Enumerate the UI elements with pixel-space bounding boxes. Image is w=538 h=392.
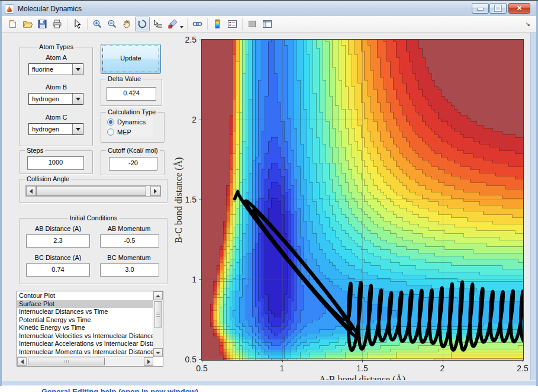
slider-left-arrow[interactable]: [26, 186, 36, 196]
radio-label: MEP: [117, 128, 131, 136]
cutoff-panel: Cutoff (Kcal/ mol) -20: [101, 150, 165, 175]
scroll-left-arrow[interactable]: [17, 357, 27, 366]
new-figure-button[interactable]: [6, 17, 20, 31]
open-file-button[interactable]: [21, 17, 34, 31]
atom-a-value: fluorine: [32, 66, 53, 73]
list-item[interactable]: Internuclear Distances vs Time: [17, 308, 153, 316]
brush-dropdown-caret[interactable]: [180, 26, 183, 28]
scroll-down-arrow[interactable]: [153, 348, 163, 357]
delta-value-panel: Delta Value 0.424: [101, 79, 162, 106]
toolbar-separator: [242, 18, 243, 30]
atom-b-label: Atom B: [20, 83, 92, 91]
radio-dynamics[interactable]: Dynamics: [107, 117, 153, 127]
app-window: Molecular Dynamics ✕ ↘ Atom Types: [0, 0, 538, 385]
hide-plot-tools-button[interactable]: [246, 17, 259, 31]
atom-b-value: hydrogen: [32, 95, 59, 102]
pes-axes[interactable]: [201, 39, 524, 361]
atom-types-panel: Atom Types Atom A fluorine Atom B hydrog…: [20, 47, 93, 146]
listbox-horizontal-scrollbar[interactable]: [17, 356, 153, 366]
atom-c-value: hydrogen: [32, 126, 59, 133]
x-tick-label: 2.5: [511, 364, 534, 373]
update-button[interactable]: Update: [101, 44, 161, 74]
list-item[interactable]: Kinetic Energy vs Time: [17, 324, 153, 332]
horizontal-scroll-thumb[interactable]: [28, 358, 105, 365]
list-item[interactable]: Internuclear Velocities vs Internuclear …: [17, 332, 153, 340]
x-tick-mark: [523, 360, 523, 362]
window-inner-right-strip: [530, 33, 536, 381]
ab-momentum-label: AB Momentum: [98, 225, 160, 232]
insert-colorbar-button[interactable]: [211, 17, 224, 31]
bc-distance-field[interactable]: 0.74: [26, 264, 90, 277]
minimize-button[interactable]: [472, 3, 489, 14]
x-tick-label: 1: [270, 364, 294, 373]
zoom-out-button[interactable]: [105, 17, 119, 31]
show-plot-tools-button[interactable]: [260, 17, 274, 31]
y-tick-mark: [199, 200, 201, 200]
chevron-down-icon[interactable]: [72, 124, 83, 134]
titlebar[interactable]: Molecular Dynamics ✕: [2, 1, 536, 16]
radio-icon[interactable]: [107, 128, 114, 136]
list-item[interactable]: Potential Energy vs Time: [17, 316, 153, 324]
panel-title: Cutoff (Kcal/ mol): [106, 147, 160, 154]
x-tick-mark: [362, 360, 363, 362]
plot-type-listbox[interactable]: Contour PlotSurface PlotInternuclear Dis…: [17, 291, 163, 367]
slider-right-arrow[interactable]: [150, 186, 160, 196]
print-figure-button[interactable]: [50, 17, 64, 31]
toolbar-overflow-arrow[interactable]: ↘: [526, 21, 530, 27]
x-tick-mark: [202, 360, 202, 362]
list-item[interactable]: Internuclear Accelerations vs Internucle…: [17, 340, 153, 348]
brush-data-button[interactable]: [166, 17, 179, 31]
chevron-down-icon[interactable]: [72, 64, 83, 75]
atom-a-label: Atom A: [20, 54, 92, 61]
atom-a-select[interactable]: fluorine: [28, 63, 83, 75]
chevron-down-icon[interactable]: [72, 94, 83, 104]
vertical-scroll-thumb[interactable]: [154, 301, 162, 327]
radio-label: Dynamics: [117, 118, 146, 126]
panel-title: Initial Conditions: [68, 214, 120, 221]
cutoff-field[interactable]: -20: [109, 157, 157, 171]
list-item[interactable]: Internuclear Momenta vs Internuclear Dis…: [17, 348, 153, 356]
edit-plot-button[interactable]: [70, 17, 84, 31]
y-tick-label: 1: [174, 275, 196, 284]
delta-value-field[interactable]: 0.424: [107, 87, 156, 101]
initial-conditions-panel: Initial Conditions AB Distance (A) AB Mo…: [20, 218, 167, 284]
close-icon: ✕: [516, 5, 522, 12]
steps-field[interactable]: 1000: [27, 156, 84, 170]
atom-c-label: Atom C: [20, 114, 92, 121]
atom-b-select[interactable]: hydrogen: [28, 93, 83, 105]
list-item[interactable]: Contour Plot: [17, 292, 153, 300]
ab-distance-field[interactable]: 2.3: [26, 234, 90, 248]
zoom-in-button[interactable]: [91, 17, 104, 31]
bc-momentum-field[interactable]: 3.0: [100, 264, 159, 277]
bc-momentum-label: BC Momentum: [98, 254, 160, 261]
insert-legend-button[interactable]: [225, 17, 239, 31]
ab-momentum-field[interactable]: -0.5: [100, 234, 159, 248]
window-title: Molecular Dynamics: [18, 5, 82, 13]
y-tick-label: 2: [174, 115, 196, 124]
list-item[interactable]: Surface Plot: [17, 300, 153, 309]
panel-title: Calculation Type: [106, 108, 157, 115]
pan-hand-button[interactable]: [120, 17, 134, 31]
radio-mep[interactable]: MEP: [107, 127, 153, 137]
radio-icon[interactable]: [107, 118, 114, 126]
link-plot-button[interactable]: [191, 17, 204, 31]
window-border-left: [0, 1, 2, 386]
y-tick-mark: [199, 279, 201, 280]
atom-c-select[interactable]: hydrogen: [28, 123, 83, 135]
data-cursor-button[interactable]: [151, 17, 165, 31]
rotate-3d-button[interactable]: [135, 17, 150, 31]
minimize-icon: [477, 8, 484, 11]
collision-angle-slider[interactable]: [25, 185, 161, 197]
toolbar-separator: [207, 18, 208, 30]
window-border-bottom: [2, 380, 536, 385]
x-tick-label: 2: [431, 364, 455, 373]
scroll-right-arrow[interactable]: [144, 357, 153, 366]
contour-plot-canvas[interactable]: [202, 40, 523, 360]
slider-thumb[interactable]: [36, 186, 146, 196]
save-figure-button[interactable]: [36, 17, 49, 31]
restore-button[interactable]: [489, 3, 507, 14]
close-button[interactable]: ✕: [508, 3, 530, 14]
listbox-vertical-scrollbar[interactable]: [153, 291, 163, 357]
scroll-up-arrow[interactable]: [153, 291, 163, 300]
toolbar-separator: [87, 18, 88, 30]
